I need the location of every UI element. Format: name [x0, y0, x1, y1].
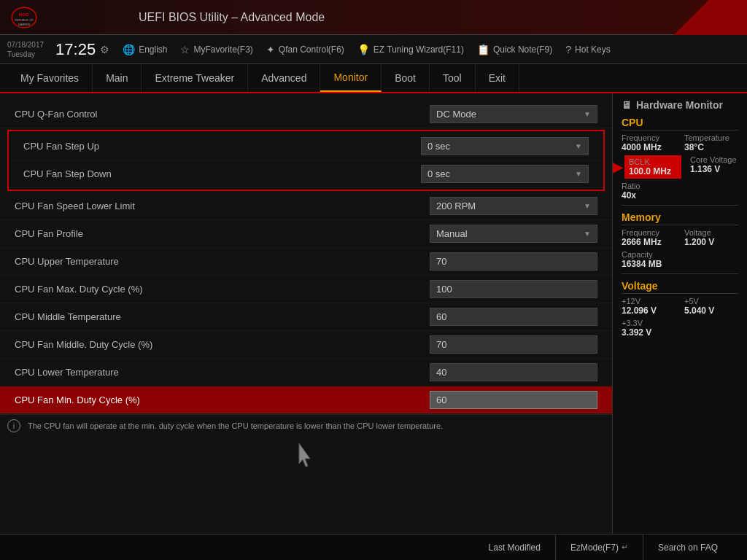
toolbar: 07/18/2017Tuesday 17:25 ⚙ 🌐 English ☆ My… [0, 35, 747, 64]
setting-lower-temp[interactable]: CPU Lower Temperature 40 [0, 359, 612, 386]
cpu-ratio: Ratio 40x [622, 182, 738, 201]
qfan-label: Qfan Control(F6) [279, 44, 344, 55]
status-bar: i The CPU fan will operate at the min. d… [0, 414, 612, 436]
eztune-button[interactable]: 💡 EZ Tuning Wizard(F11) [357, 44, 464, 55]
svg-marker-5 [299, 443, 310, 467]
hotkeys-button[interactable]: ? Hot Keys [565, 44, 610, 55]
setting-value-middle-temp[interactable]: 60 [430, 308, 597, 326]
mem-voltage-label: Voltage [684, 228, 738, 237]
globe-icon: 🌐 [123, 44, 135, 55]
tab-advanced[interactable]: Advanced [248, 64, 320, 92]
setting-fan-max-duty[interactable]: CPU Fan Max. Duty Cycle (%) 100 [0, 276, 612, 303]
cpu-temp-value: 38°C [684, 142, 738, 152]
cpu-core-voltage: Core Voltage 1.136 V [690, 155, 738, 179]
cpu-freq-temp-row: Frequency 4000 MHz Temperature 38°C [622, 133, 738, 152]
setting-value-cpu-qfan[interactable]: DC Mode [430, 105, 597, 123]
bclk-value: 100.0 MHz [629, 166, 677, 176]
memory-section-title: Memory [622, 211, 738, 225]
time-display: 17:25 [55, 42, 96, 58]
v33-label: +3.3V [622, 319, 738, 327]
setting-middle-temp[interactable]: CPU Middle Temperature 60 [0, 303, 612, 331]
ratio-value: 40x [622, 190, 738, 201]
setting-fan-middle-duty[interactable]: CPU Fan Middle. Duty Cycle (%) 70 [0, 331, 612, 359]
tab-boot[interactable]: Boot [382, 64, 430, 92]
info-icon: i [7, 419, 20, 432]
v5-value: 5.040 V [684, 306, 738, 316]
setting-value-upper-temp[interactable]: 70 [430, 252, 597, 271]
status-text: The CPU fan will operate at the min. dut… [28, 421, 443, 430]
note-icon: 📋 [477, 44, 489, 55]
setting-upper-temp[interactable]: CPU Upper Temperature 70 [0, 248, 612, 276]
setting-label-cpu-qfan: CPU Q-Fan Control [15, 109, 430, 120]
quicknote-label: Quick Note(F9) [493, 44, 552, 55]
setting-fan-min-duty[interactable]: CPU Fan Min. Duty Cycle (%) 60 [0, 386, 612, 414]
fan-icon: ✦ [266, 44, 275, 55]
cpu-frequency: Frequency 4000 MHz [622, 133, 676, 152]
setting-value-fan-step-down[interactable]: 0 sec [421, 165, 589, 183]
setting-value-fan-min-duty[interactable]: 60 [430, 391, 597, 409]
setting-label-middle-temp: CPU Middle Temperature [15, 311, 430, 322]
myfav-label: MyFavorite(F3) [193, 44, 252, 55]
search-faq-button[interactable]: Search on FAQ [643, 534, 732, 560]
mem-freq-label: Frequency [622, 228, 676, 237]
bottom-bar: Last Modified EzMode(F7) ↵ Search on FAQ [0, 534, 747, 560]
settings-gear-icon[interactable]: ⚙ [100, 44, 109, 55]
divider-1 [622, 205, 738, 206]
setting-label-lower-temp: CPU Lower Temperature [15, 367, 430, 378]
core-voltage-label: Core Voltage [690, 155, 738, 164]
setting-label-fan-min-duty: CPU Fan Min. Duty Cycle (%) [15, 394, 430, 405]
last-modified-button[interactable]: Last Modified [474, 534, 555, 560]
date-text: 07/18/2017Tuesday [7, 40, 44, 59]
setting-label-fan-profile: CPU Fan Profile [15, 228, 430, 239]
setting-fan-step-up[interactable]: CPU Fan Step Up 0 sec [9, 133, 603, 160]
cursor-area [0, 443, 612, 470]
hotkeys-icon: ? [565, 44, 571, 55]
v12-label: +12V [622, 297, 676, 306]
divider-2 [622, 273, 738, 274]
setting-value-fan-speed-lower[interactable]: 200 RPM [430, 197, 597, 215]
bclk-highlight: BCLK 100.0 MHz [624, 155, 681, 179]
app-title: UEFI BIOS Utility – Advanced Mode [139, 11, 325, 24]
tab-extreme[interactable]: Extreme Tweaker [142, 64, 248, 92]
cpu-temperature: Temperature 38°C [684, 133, 738, 152]
setting-value-fan-middle-duty[interactable]: 70 [430, 335, 597, 354]
voltage-12-5-row: +12V 12.096 V +5V 5.040 V [622, 297, 738, 316]
content-area: CPU Q-Fan Control DC Mode CPU Fan Step U… [0, 93, 612, 534]
setting-fan-profile[interactable]: CPU Fan Profile Manual [0, 220, 612, 248]
cpu-section-title: CPU [622, 117, 738, 131]
svg-text:ROG: ROG [19, 11, 29, 16]
fan-step-highlight-box: CPU Fan Step Up 0 sec CPU Fan Step Down … [7, 130, 605, 191]
setting-cpu-qfan[interactable]: CPU Q-Fan Control DC Mode [0, 101, 612, 128]
setting-value-fan-profile[interactable]: Manual [430, 225, 597, 243]
svg-text:REPUBLIC OF: REPUBLIC OF [15, 19, 34, 22]
language-selector[interactable]: 🌐 English [123, 44, 167, 55]
svg-text:GAMERS: GAMERS [18, 23, 31, 26]
ez-mode-button[interactable]: EzMode(F7) ↵ [555, 534, 643, 560]
rog-logo-icon: ROG REPUBLIC OF GAMERS [7, 4, 41, 31]
voltage-12v: +12V 12.096 V [622, 297, 676, 316]
tab-favorites[interactable]: My Favorites [7, 64, 93, 92]
favorite-icon: ☆ [180, 44, 190, 55]
tab-monitor[interactable]: Monitor [320, 64, 382, 92]
mem-voltage-value: 1.200 V [684, 237, 738, 247]
setting-fan-step-down[interactable]: CPU Fan Step Down 0 sec [9, 160, 603, 188]
quicknote-button[interactable]: 📋 Quick Note(F9) [477, 44, 552, 55]
setting-value-fan-step-up[interactable]: 0 sec [421, 137, 589, 155]
mem-voltage: Voltage 1.200 V [684, 228, 738, 247]
qfan-button[interactable]: ✦ Qfan Control(F6) [266, 44, 344, 55]
tab-main[interactable]: Main [93, 64, 142, 92]
setting-fan-speed-lower[interactable]: CPU Fan Speed Lower Limit 200 RPM [0, 192, 612, 220]
hardware-monitor-panel: 🖥 Hardware Monitor CPU Frequency 4000 MH… [612, 93, 747, 534]
myfavorite-button[interactable]: ☆ MyFavorite(F3) [180, 44, 252, 55]
setting-value-lower-temp[interactable]: 40 [430, 363, 597, 381]
mem-freq-value: 2666 MHz [622, 237, 676, 247]
setting-value-fan-max-duty[interactable]: 100 [430, 280, 597, 298]
tab-tool[interactable]: Tool [430, 64, 476, 92]
cpu-temp-label: Temperature [684, 133, 738, 142]
tab-exit[interactable]: Exit [476, 64, 519, 92]
setting-label-fan-max-duty: CPU Fan Max. Duty Cycle (%) [15, 284, 430, 295]
bclk-arrow-icon: ▶ [612, 158, 622, 176]
hw-monitor-title: 🖥 Hardware Monitor [622, 99, 738, 111]
voltage-section-title: Voltage [622, 280, 738, 294]
setting-label-upper-temp: CPU Upper Temperature [15, 256, 430, 267]
